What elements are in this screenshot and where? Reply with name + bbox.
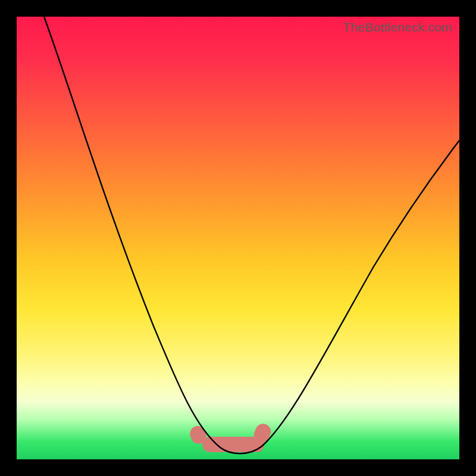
- outer-black-frame: TheBottleneck.com: [0, 0, 476, 476]
- plot-area: TheBottleneck.com: [17, 17, 459, 459]
- chart-overlay: [17, 17, 459, 459]
- bottleneck-curve: [44, 17, 459, 453]
